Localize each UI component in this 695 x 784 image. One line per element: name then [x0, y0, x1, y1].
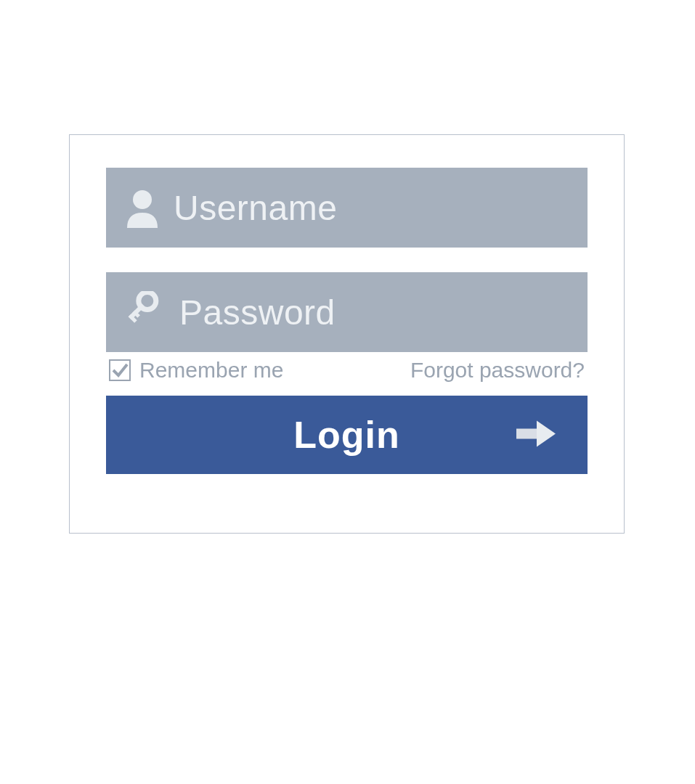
remember-me-label: Remember me	[139, 358, 283, 383]
username-row	[106, 168, 588, 248]
username-input[interactable]	[174, 188, 608, 228]
login-button-label: Login	[293, 413, 400, 457]
arrow-right-icon	[515, 420, 557, 451]
user-icon	[124, 188, 160, 228]
login-button[interactable]: Login	[106, 396, 588, 474]
forgot-password-link[interactable]: Forgot password?	[410, 358, 585, 383]
key-icon	[124, 291, 166, 333]
password-input[interactable]	[179, 293, 614, 332]
checkbox-box	[109, 359, 131, 381]
password-row	[106, 272, 588, 352]
svg-rect-5	[516, 429, 538, 439]
options-row: Remember me Forgot password?	[106, 358, 588, 383]
svg-point-0	[133, 190, 152, 209]
remember-me-checkbox[interactable]: Remember me	[109, 358, 283, 383]
login-form: Remember me Forgot password? Login	[69, 134, 625, 534]
checkmark-icon	[111, 362, 129, 379]
